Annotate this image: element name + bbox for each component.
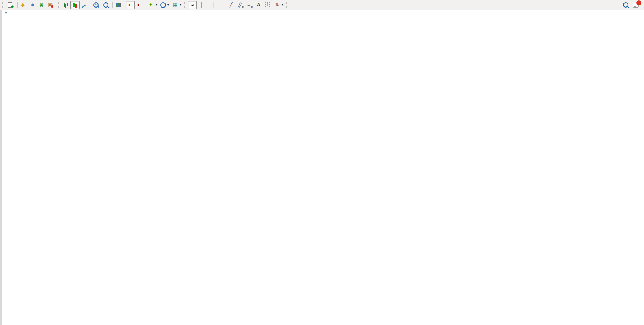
toolbar-grip[interactable] xyxy=(58,2,60,8)
templates-icon xyxy=(172,2,178,8)
chart-title: ▼ xyxy=(5,11,14,15)
zoom-in-icon xyxy=(93,2,99,8)
autotrading-button[interactable] xyxy=(46,1,56,9)
metaeditor-icon xyxy=(20,2,26,8)
chevron-down-icon: ▾ xyxy=(282,3,283,6)
candlestick-button[interactable] xyxy=(70,1,80,9)
chevron-down-icon: ▾ xyxy=(180,3,181,6)
arrows-icon xyxy=(274,2,280,8)
toolbar-grip[interactable] xyxy=(184,2,186,8)
indicators-icon xyxy=(148,2,154,8)
vertical-line-icon xyxy=(210,2,216,8)
zoom-out-icon xyxy=(103,2,108,8)
chat-icon xyxy=(633,3,639,8)
autotrading-icon xyxy=(48,2,54,8)
candlestick-icon xyxy=(72,2,78,8)
channel-icon xyxy=(238,2,244,8)
toolbar-separator xyxy=(90,2,90,8)
line-chart-icon xyxy=(81,2,87,8)
toolbar-grip[interactable] xyxy=(286,2,288,8)
text-button[interactable] xyxy=(254,1,263,9)
autoscroll-button[interactable] xyxy=(126,1,135,9)
toolbar-grip[interactable] xyxy=(2,2,4,8)
cursor-icon xyxy=(189,2,195,8)
chevron-down-icon[interactable]: ▼ xyxy=(5,11,8,15)
toolbar-separator xyxy=(145,2,145,8)
text-label-icon xyxy=(265,2,271,8)
new-order-icon xyxy=(7,2,13,8)
trendline-icon xyxy=(228,2,234,8)
horizontal-line-icon xyxy=(219,2,225,8)
toolbar-separator xyxy=(124,2,124,8)
toolbar-separator xyxy=(17,2,18,8)
search-button[interactable] xyxy=(621,1,631,9)
zoom-out-button[interactable] xyxy=(101,1,111,9)
crosshair-button[interactable] xyxy=(197,1,206,9)
main-toolbar: ▾ ▾ ▾ ▾ xyxy=(0,0,644,10)
chevron-down-icon: ▾ xyxy=(167,3,169,6)
community-icon xyxy=(29,2,35,8)
chat-button[interactable] xyxy=(631,1,640,9)
line-chart-button[interactable] xyxy=(80,1,89,9)
search-icon xyxy=(623,2,628,8)
toolbar-separator xyxy=(112,2,113,8)
tile-windows-icon xyxy=(115,2,121,8)
channel-button[interactable] xyxy=(236,1,245,9)
crosshair-icon xyxy=(198,2,204,8)
chart-shift-icon xyxy=(136,2,142,8)
fibonacci-icon xyxy=(247,2,253,8)
horizontal-line-button[interactable] xyxy=(218,1,227,9)
arrows-button[interactable]: ▾ xyxy=(273,1,285,9)
signals-button[interactable] xyxy=(37,1,46,9)
periods-icon xyxy=(160,2,166,8)
notification-badge xyxy=(636,0,641,5)
chart-window: ▼ xyxy=(0,10,644,325)
text-icon xyxy=(256,2,262,8)
chevron-down-icon: ▾ xyxy=(156,3,157,6)
vertical-line-button[interactable] xyxy=(209,1,218,9)
metaeditor-button[interactable] xyxy=(19,1,28,9)
indicators-button[interactable]: ▾ xyxy=(147,1,159,9)
chart-shift-button[interactable] xyxy=(135,1,144,9)
signals-icon xyxy=(38,2,45,8)
new-order-button[interactable] xyxy=(6,1,16,9)
community-button[interactable] xyxy=(28,1,37,9)
trendline-button[interactable] xyxy=(227,1,236,9)
autoscroll-icon xyxy=(127,2,133,8)
tile-windows-button[interactable] xyxy=(114,1,123,9)
fibonacci-button[interactable] xyxy=(245,1,254,9)
zoom-in-button[interactable] xyxy=(91,1,101,9)
bar-chart-icon xyxy=(63,2,69,8)
price-chart[interactable] xyxy=(0,0,644,325)
bar-chart-button[interactable] xyxy=(61,1,70,9)
toolbar-separator xyxy=(207,2,207,8)
text-label-button[interactable] xyxy=(263,1,273,9)
periods-button[interactable]: ▾ xyxy=(159,1,171,9)
cursor-button[interactable] xyxy=(188,1,197,9)
templates-button[interactable]: ▾ xyxy=(171,1,183,9)
